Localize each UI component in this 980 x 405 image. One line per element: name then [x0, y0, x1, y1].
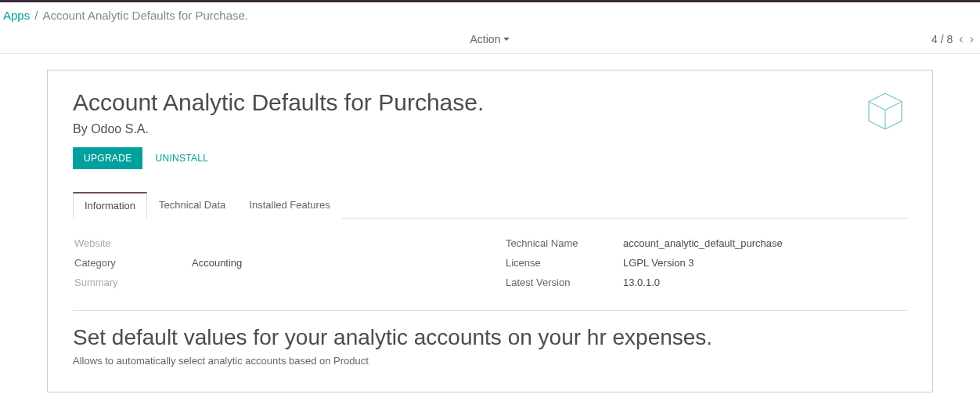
info-grid: Website Category Accounting Summary Tech… [73, 237, 907, 288]
value-latest-version: 13.0.1.0 [623, 277, 660, 288]
caret-down-icon [503, 38, 510, 41]
uninstall-button[interactable]: UNINSTALL [155, 153, 208, 164]
label-license: License [506, 257, 623, 269]
breadcrumb: Apps / Account Analytic Defaults for Pur… [0, 2, 980, 28]
chevron-left-icon[interactable]: ‹ [959, 32, 963, 46]
label-technical-name: Technical Name [506, 237, 623, 249]
tab-technical-data[interactable]: Technical Data [147, 192, 237, 219]
row-summary: Summary [74, 277, 474, 288]
value-license: LGPL Version 3 [623, 257, 694, 269]
module-author: By Odoo S.A. [73, 122, 484, 136]
tab-information[interactable]: Information [73, 192, 147, 219]
action-dropdown[interactable]: Action [470, 33, 510, 45]
label-summary: Summary [74, 277, 192, 288]
label-category: Category [74, 257, 192, 269]
breadcrumb-current: Account Analytic Defaults for Purchase. [42, 9, 248, 22]
description-heading: Set default values for your analytic acc… [73, 325, 907, 350]
action-label: Action [470, 33, 501, 45]
row-category: Category Accounting [74, 257, 474, 269]
row-latest-version: Latest Version 13.0.1.0 [506, 277, 906, 288]
cube-icon [863, 89, 907, 133]
description-body: Allows to automatically select analytic … [73, 355, 907, 367]
tab-bar: Information Technical Data Installed Fea… [73, 191, 907, 219]
tab-installed-features[interactable]: Installed Features [237, 192, 341, 219]
breadcrumb-sep: / [34, 9, 38, 22]
value-category: Accounting [192, 257, 242, 269]
module-icon [863, 89, 907, 136]
row-license: License LGPL Version 3 [506, 257, 906, 269]
control-bar: Action 4 / 8 ‹ › [0, 28, 980, 54]
breadcrumb-root-link[interactable]: Apps [3, 9, 30, 22]
row-website: Website [74, 237, 474, 249]
value-technical-name: account_analytic_default_purchase [623, 237, 783, 249]
chevron-right-icon[interactable]: › [970, 32, 974, 46]
pager: 4 / 8 ‹ › [931, 32, 974, 46]
row-technical-name: Technical Name account_analytic_default_… [506, 237, 906, 249]
upgrade-button[interactable]: UPGRADE [73, 147, 142, 169]
page-title: Account Analytic Defaults for Purchase. [73, 89, 484, 116]
form-sheet: Account Analytic Defaults for Purchase. … [47, 70, 933, 392]
pager-text: 4 / 8 [931, 33, 953, 45]
label-latest-version: Latest Version [506, 277, 623, 288]
section-divider [73, 310, 907, 311]
label-website: Website [74, 237, 192, 249]
